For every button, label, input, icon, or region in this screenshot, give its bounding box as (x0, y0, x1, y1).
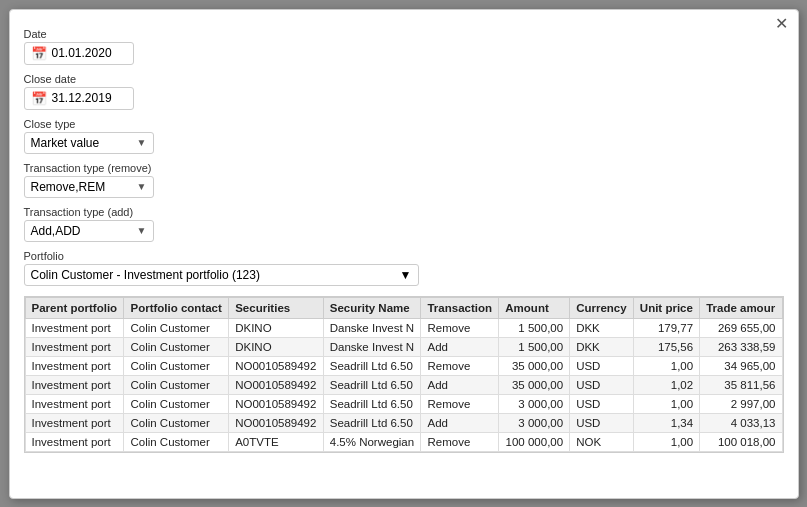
close-type-select[interactable]: Market value ▼ (24, 132, 154, 154)
table-cell: DKK (570, 337, 634, 356)
table-cell: 1,00 (633, 432, 699, 451)
table-cell: Add (421, 375, 499, 394)
table-header: Trade amour (700, 297, 782, 318)
table-cell: USD (570, 394, 634, 413)
table-header: Amount (499, 297, 570, 318)
table-cell: NOK (570, 432, 634, 451)
table-cell: Add (421, 413, 499, 432)
table-cell: 1 500,00 (499, 337, 570, 356)
table-cell: 35 000,00 (499, 375, 570, 394)
close-date-input[interactable]: 📅 31.12.2019 (24, 87, 134, 110)
table-cell: 34 965,00 (700, 356, 782, 375)
table-cell: Colin Customer (124, 337, 229, 356)
table-cell: 179,77 (633, 318, 699, 337)
transaction-type-add-label: Transaction type (add) (24, 206, 154, 218)
table-cell: Danske Invest N (323, 337, 421, 356)
table-row: Investment portColin CustomerDKINODanske… (25, 337, 782, 356)
table-header: Portfolio contact (124, 297, 229, 318)
table-cell: 1,02 (633, 375, 699, 394)
close-date-label: Close date (24, 73, 154, 85)
table-header: Parent portfolio (25, 297, 124, 318)
table-cell: NO0010589492 (229, 356, 324, 375)
table-cell: Investment port (25, 432, 124, 451)
transaction-type-remove-label: Transaction type (remove) (24, 162, 154, 174)
table-cell: DKINO (229, 337, 324, 356)
table-cell: 4 033,13 (700, 413, 782, 432)
portfolio-label: Portfolio (24, 250, 784, 262)
table-cell: Colin Customer (124, 432, 229, 451)
table-cell: Colin Customer (124, 356, 229, 375)
table-cell: Remove (421, 394, 499, 413)
table-header: Unit price (633, 297, 699, 318)
close-type-label: Close type (24, 118, 154, 130)
table-cell: Seadrill Ltd 6.50 (323, 394, 421, 413)
table-cell: 1,00 (633, 394, 699, 413)
table-cell: 1,34 (633, 413, 699, 432)
table-cell: Add (421, 337, 499, 356)
chevron-down-icon-4: ▼ (400, 268, 412, 282)
close-date-value: 31.12.2019 (52, 91, 112, 105)
table-row: Investment portColin CustomerNO001058949… (25, 356, 782, 375)
table-row: Investment portColin CustomerNO001058949… (25, 375, 782, 394)
portfolio-select[interactable]: Colin Customer - Investment portfolio (1… (24, 264, 419, 286)
chevron-down-icon-2: ▼ (137, 181, 147, 192)
table-cell: A0TVTE (229, 432, 324, 451)
date-input[interactable]: 📅 01.01.2020 (24, 42, 134, 65)
table-cell: USD (570, 356, 634, 375)
table-cell: 1 500,00 (499, 318, 570, 337)
table-row: Investment portColin CustomerNO001058949… (25, 413, 782, 432)
table-cell: Colin Customer (124, 318, 229, 337)
table-cell: Danske Invest N (323, 318, 421, 337)
table-cell: Investment port (25, 413, 124, 432)
table-cell: Seadrill Ltd 6.50 (323, 356, 421, 375)
table-cell: 35 811,56 (700, 375, 782, 394)
table-cell: 4.5% Norwegian (323, 432, 421, 451)
table-header: Securities (229, 297, 324, 318)
table-cell: 100 018,00 (700, 432, 782, 451)
table-cell: Colin Customer (124, 394, 229, 413)
transaction-type-add-select[interactable]: Add,ADD ▼ (24, 220, 154, 242)
table-cell: NO0010589492 (229, 375, 324, 394)
transaction-type-remove-select[interactable]: Remove,REM ▼ (24, 176, 154, 198)
main-dialog: ✕ Date 📅 01.01.2020 Close date 📅 31.12.2… (9, 9, 799, 499)
table-cell: 100 000,00 (499, 432, 570, 451)
portfolio-value: Colin Customer - Investment portfolio (1… (31, 268, 260, 282)
transaction-type-remove-value: Remove,REM (31, 180, 106, 194)
table-cell: 1,00 (633, 356, 699, 375)
table-cell: Investment port (25, 375, 124, 394)
chevron-down-icon: ▼ (137, 137, 147, 148)
table-cell: Remove (421, 318, 499, 337)
table-header-row: Parent portfolioPortfolio contactSecurit… (25, 297, 782, 318)
chevron-down-icon-3: ▼ (137, 225, 147, 236)
table-row: Investment portColin CustomerNO001058949… (25, 394, 782, 413)
table-header: Security Name (323, 297, 421, 318)
table-cell: NO0010589492 (229, 394, 324, 413)
table-cell: 263 338,59 (700, 337, 782, 356)
table-cell: 3 000,00 (499, 413, 570, 432)
table-cell: 175,56 (633, 337, 699, 356)
close-type-value: Market value (31, 136, 100, 150)
table-cell: DKK (570, 318, 634, 337)
table-row: Investment portColin CustomerA0TVTE4.5% … (25, 432, 782, 451)
transactions-table: Parent portfolioPortfolio contactSecurit… (25, 297, 783, 452)
table-cell: Investment port (25, 394, 124, 413)
table-cell: Colin Customer (124, 375, 229, 394)
table-cell: 35 000,00 (499, 356, 570, 375)
table-cell: Remove (421, 432, 499, 451)
table-cell: Investment port (25, 318, 124, 337)
table-header: Currency (570, 297, 634, 318)
table-cell: USD (570, 413, 634, 432)
transaction-type-add-value: Add,ADD (31, 224, 81, 238)
table-cell: Seadrill Ltd 6.50 (323, 413, 421, 432)
table-cell: Colin Customer (124, 413, 229, 432)
table-header: Transaction (421, 297, 499, 318)
table-cell: Remove (421, 356, 499, 375)
table-cell: 2 997,00 (700, 394, 782, 413)
table-row: Investment portColin CustomerDKINODanske… (25, 318, 782, 337)
table-cell: Seadrill Ltd 6.50 (323, 375, 421, 394)
table-cell: Investment port (25, 356, 124, 375)
date-value: 01.01.2020 (52, 46, 112, 60)
calendar-icon-2: 📅 (31, 91, 47, 106)
close-button[interactable]: ✕ (775, 16, 788, 32)
table-cell: Investment port (25, 337, 124, 356)
